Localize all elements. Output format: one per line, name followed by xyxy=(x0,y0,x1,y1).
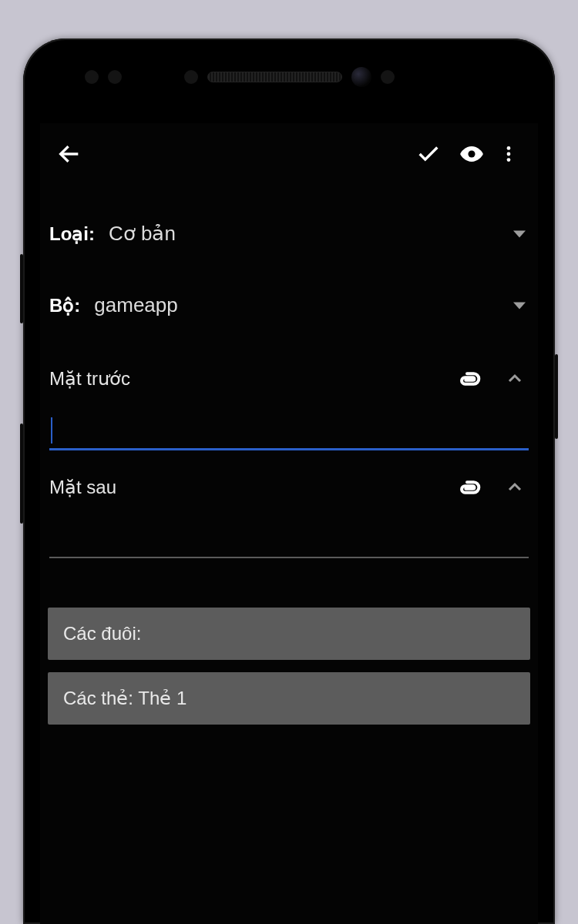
confirm-button[interactable] xyxy=(407,132,450,176)
back-underline xyxy=(49,557,529,558)
app-bar xyxy=(40,123,538,185)
back-button[interactable] xyxy=(48,132,91,176)
phone-sensor-bar xyxy=(23,62,555,92)
phone-frame: Loại: Cơ bản Bộ: gameapp Mặt trước xyxy=(23,38,555,924)
svg-point-3 xyxy=(507,158,511,162)
front-input[interactable] xyxy=(49,414,529,448)
svg-point-1 xyxy=(507,146,511,150)
chevron-down-icon xyxy=(513,230,526,237)
front-field: Mặt trước xyxy=(45,363,533,450)
note-type-label: Loại: xyxy=(49,223,95,245)
attach-front-button[interactable] xyxy=(453,363,484,394)
text-caret xyxy=(51,417,52,444)
chevron-down-icon xyxy=(513,302,526,309)
content-area: Loại: Cơ bản Bộ: gameapp Mặt trước xyxy=(40,185,538,725)
svg-point-2 xyxy=(507,152,511,156)
deck-label: Bộ: xyxy=(49,295,80,316)
more-button[interactable] xyxy=(493,132,524,176)
preview-button[interactable] xyxy=(450,132,493,176)
deck-selector[interactable]: Bộ: gameapp xyxy=(45,286,533,325)
back-field-label: Mặt sau xyxy=(49,477,453,498)
screen: Loại: Cơ bản Bộ: gameapp Mặt trước xyxy=(40,123,538,924)
collapse-back-button[interactable] xyxy=(501,474,529,501)
back-field: Mặt sau xyxy=(45,472,533,558)
back-input[interactable] xyxy=(49,523,529,557)
note-type-selector[interactable]: Loại: Cơ bản xyxy=(45,214,533,253)
attach-back-button[interactable] xyxy=(453,472,484,503)
svg-point-0 xyxy=(468,150,475,157)
front-underline xyxy=(49,448,529,450)
collapse-front-button[interactable] xyxy=(501,365,529,393)
note-type-value: Cơ bản xyxy=(109,222,176,246)
front-field-label: Mặt trước xyxy=(49,368,453,390)
deck-value: gameapp xyxy=(94,293,177,317)
tags-chip[interactable]: Các đuôi: xyxy=(48,608,530,660)
cards-chip[interactable]: Các thẻ: Thẻ 1 xyxy=(48,672,530,725)
